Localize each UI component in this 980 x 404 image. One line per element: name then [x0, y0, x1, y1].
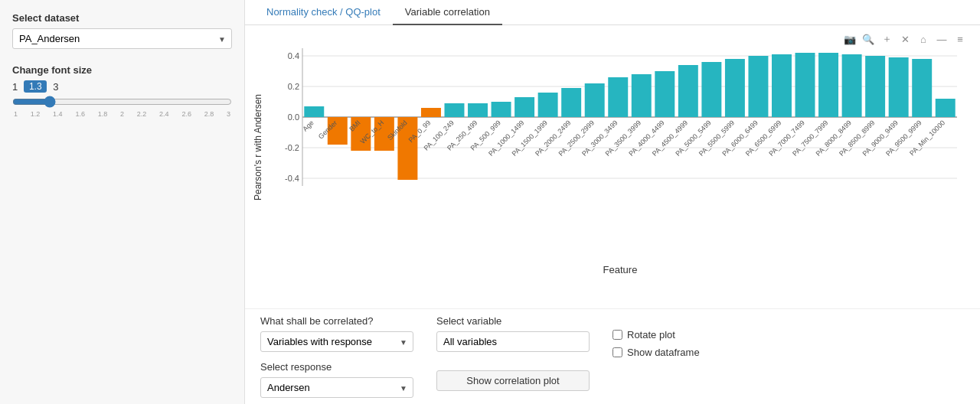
svg-rect-62	[912, 59, 932, 117]
show-dataframe-item[interactable]: Show dataframe	[612, 347, 700, 358]
svg-rect-44	[701, 62, 721, 117]
svg-rect-40	[655, 71, 675, 117]
home-icon[interactable]: ⌂	[916, 31, 931, 47]
font-size-max: 3	[53, 81, 58, 93]
svg-rect-52	[795, 53, 815, 117]
chart-container: Pearson's r with Andersen 0.40.20.0-0.2-…	[253, 33, 965, 262]
sidebar: Select dataset PA_Andersen ▼ Change font…	[0, 0, 245, 404]
font-size-section: Change font size 1 1.3 3 11.21.41.61.8 2…	[12, 64, 232, 118]
dataset-label: Select dataset	[12, 12, 232, 24]
svg-rect-38	[632, 74, 652, 117]
select-response-select-wrapper: Andersen ▼	[260, 377, 413, 398]
svg-rect-28	[514, 97, 534, 117]
show-dataframe-checkbox[interactable]	[612, 347, 622, 357]
camera-icon[interactable]: 📷	[842, 31, 858, 47]
svg-rect-42	[678, 65, 698, 117]
chart-area: 📷 🔍 ＋ ✕ ⌂ — ≡ Pearson's r with Andersen …	[245, 25, 980, 308]
svg-rect-60	[889, 57, 909, 117]
select-response-select[interactable]: Andersen	[260, 377, 413, 398]
show-correlation-button[interactable]: Show correlation plot	[436, 370, 590, 391]
svg-rect-46	[725, 59, 745, 117]
font-size-slider[interactable]	[12, 96, 232, 108]
font-size-row: 1 1.3 3	[12, 80, 232, 93]
rotate-plot-checkbox[interactable]	[612, 330, 622, 340]
chart-toolbar: 📷 🔍 ＋ ✕ ⌂ — ≡	[842, 31, 968, 47]
svg-rect-54	[818, 53, 838, 117]
font-size-badge: 1.3	[24, 80, 47, 93]
cross-icon[interactable]: ✕	[897, 31, 913, 47]
select-variable-input[interactable]	[436, 331, 590, 352]
x-axis-label: Feature	[276, 264, 965, 275]
bottom-controls: What shall be correlated? Variables with…	[245, 308, 980, 404]
bar-chart-svg: 0.40.20.0-0.2-0.4AgeGenderBMIWC_to_HSkin…	[268, 33, 965, 262]
svg-rect-36	[608, 77, 628, 117]
svg-rect-34	[585, 83, 605, 117]
minus-icon[interactable]: —	[934, 31, 949, 47]
show-dataframe-label: Show dataframe	[627, 347, 700, 358]
tab-normality[interactable]: Normality check / QQ-plot	[254, 0, 393, 25]
slider-ticks: 11.21.41.61.8 22.22.42.62.83	[12, 110, 232, 118]
select-variable-group: Select variable Show correlation plot	[436, 315, 590, 391]
svg-rect-48	[748, 56, 768, 117]
what-correlated-select[interactable]: Variables with response Variables with e…	[260, 331, 413, 352]
dataset-select[interactable]: PA_Andersen	[12, 28, 232, 49]
svg-rect-24	[468, 103, 488, 117]
menu-icon[interactable]: ≡	[952, 31, 968, 47]
svg-text:-0.2: -0.2	[285, 143, 299, 152]
what-correlated-label: What shall be correlated?	[260, 315, 413, 327]
tabs: Normality check / QQ-plot Variable corre…	[245, 0, 980, 25]
svg-rect-22	[445, 103, 465, 117]
svg-text:0.2: 0.2	[288, 82, 299, 91]
svg-rect-64	[936, 99, 956, 117]
select-variable-label: Select variable	[436, 315, 590, 327]
zoom-in-icon[interactable]: 🔍	[861, 31, 876, 47]
font-size-label: Change font size	[12, 64, 232, 76]
svg-rect-20	[421, 108, 441, 117]
svg-rect-50	[772, 54, 792, 117]
svg-text:0.0: 0.0	[288, 112, 299, 122]
svg-rect-32	[561, 88, 581, 117]
checkboxes-group: Rotate plot Show dataframe	[612, 329, 700, 358]
dataset-section: Select dataset PA_Andersen ▼	[12, 12, 232, 49]
font-size-min: 1	[12, 81, 18, 93]
svg-text:0.4: 0.4	[288, 51, 299, 60]
svg-rect-10	[304, 106, 324, 117]
svg-rect-58	[865, 56, 885, 117]
rotate-plot-label: Rotate plot	[627, 329, 675, 340]
tab-variable-correlation[interactable]: Variable correlation	[393, 0, 502, 25]
svg-rect-30	[538, 93, 558, 117]
dataset-select-wrapper: PA_Andersen ▼	[12, 28, 232, 49]
what-correlated-group: What shall be correlated? Variables with…	[260, 315, 413, 398]
svg-rect-56	[842, 54, 862, 117]
rotate-plot-item[interactable]: Rotate plot	[612, 329, 700, 340]
svg-text:-0.4: -0.4	[285, 174, 299, 183]
select-response-label: Select response	[260, 361, 413, 373]
main-content: Normality check / QQ-plot Variable corre…	[245, 0, 980, 404]
what-correlated-select-wrapper: Variables with response Variables with e…	[260, 331, 413, 352]
plus-icon[interactable]: ＋	[879, 31, 894, 47]
svg-rect-26	[492, 102, 511, 117]
svg-text:Age: Age	[301, 119, 315, 132]
y-axis-label-container: Pearson's r with Andersen	[253, 33, 268, 262]
y-axis-label: Pearson's r with Andersen	[253, 94, 263, 200]
